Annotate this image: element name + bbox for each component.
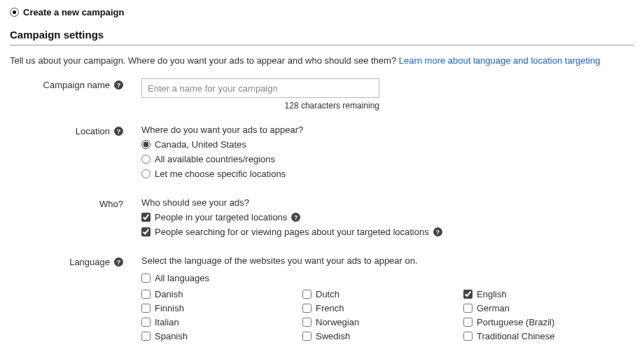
lang-col-2: Dutch French Norwegian Swedish bbox=[302, 289, 463, 345]
lang-col-1: Danish Finnish Italian Spanish bbox=[141, 289, 302, 345]
who-checkbox-0[interactable] bbox=[141, 213, 150, 222]
who-checkbox-1[interactable] bbox=[141, 227, 150, 236]
lang-french-label: French bbox=[316, 303, 344, 313]
lang-all-checkbox[interactable] bbox=[141, 274, 150, 283]
lang-german-label: German bbox=[477, 303, 510, 313]
lang-portuguese-brazil[interactable]: Portuguese (Brazil) bbox=[463, 317, 624, 327]
lang-dutch-label: Dutch bbox=[316, 289, 340, 299]
label-campaign-name: Campaign name ? bbox=[10, 78, 129, 90]
lang-traditional-chinese[interactable]: Traditional Chinese bbox=[463, 331, 624, 341]
who-question: Who should see your ads? bbox=[141, 197, 634, 208]
label-location-text: Location bbox=[76, 126, 110, 136]
lang-finnish[interactable]: Finnish bbox=[141, 303, 302, 313]
label-language-text: Language bbox=[69, 257, 110, 267]
who-option-0[interactable]: People in your targeted locations ? bbox=[141, 212, 634, 222]
lang-danish-label: Danish bbox=[155, 289, 183, 299]
who-option-0-label: People in your targeted locations bbox=[155, 212, 287, 222]
location-radio-0[interactable] bbox=[141, 140, 150, 149]
lang-danish[interactable]: Danish bbox=[141, 289, 302, 299]
step-radio-icon bbox=[10, 8, 19, 17]
lang-all[interactable]: All languages bbox=[141, 273, 634, 283]
section-divider bbox=[10, 45, 634, 45]
lang-swedish-label: Swedish bbox=[316, 331, 350, 341]
lang-portuguese-brazil-label: Portuguese (Brazil) bbox=[477, 317, 554, 327]
who-option-1-label: People searching for or viewing pages ab… bbox=[155, 227, 429, 237]
location-radio-2[interactable] bbox=[141, 169, 150, 178]
label-who-text: Who? bbox=[99, 199, 123, 209]
lang-swedish[interactable]: Swedish bbox=[302, 331, 463, 341]
lang-english[interactable]: English bbox=[463, 289, 624, 299]
location-radio-1[interactable] bbox=[141, 155, 150, 164]
lang-finnish-label: Finnish bbox=[155, 303, 184, 313]
lang-spanish[interactable]: Spanish bbox=[141, 331, 302, 341]
help-icon[interactable]: ? bbox=[291, 213, 300, 222]
help-icon[interactable]: ? bbox=[114, 127, 123, 136]
lang-italian[interactable]: Italian bbox=[141, 317, 302, 327]
lang-traditional-chinese-checkbox[interactable] bbox=[463, 332, 472, 341]
location-option-2-label: Let me choose specific locations bbox=[155, 169, 286, 179]
location-option-1-label: All available countries/regions bbox=[155, 154, 275, 164]
location-question: Where do you want your ads to appear? bbox=[141, 125, 634, 135]
lang-danish-checkbox[interactable] bbox=[141, 290, 150, 299]
row-location: Location ? Where do you want your ads to… bbox=[10, 125, 634, 183]
lang-norwegian-label: Norwegian bbox=[316, 317, 359, 327]
label-language: Language ? bbox=[10, 255, 129, 267]
lang-dutch[interactable]: Dutch bbox=[302, 289, 463, 299]
lang-all-label: All languages bbox=[155, 273, 209, 283]
lang-finnish-checkbox[interactable] bbox=[141, 304, 150, 313]
location-option-0[interactable]: Canada, United States bbox=[141, 139, 634, 150]
section-title: Campaign settings bbox=[10, 29, 634, 41]
intro-text-body: Tell us about your campaign. Where do yo… bbox=[10, 55, 399, 66]
who-option-1[interactable]: People searching for or viewing pages ab… bbox=[141, 227, 634, 237]
lang-german-checkbox[interactable] bbox=[463, 304, 472, 313]
intro-learn-more-link[interactable]: Learn more about language and location t… bbox=[399, 55, 601, 66]
lang-english-label: English bbox=[477, 289, 507, 299]
lang-portuguese-brazil-checkbox[interactable] bbox=[463, 318, 472, 327]
label-location: Location ? bbox=[10, 125, 129, 136]
label-campaign-name-text: Campaign name bbox=[43, 80, 110, 90]
lang-french[interactable]: French bbox=[302, 303, 463, 313]
row-who: Who? Who should see your ads? People in … bbox=[10, 197, 634, 241]
location-option-0-label: Canada, United States bbox=[155, 139, 246, 150]
lang-col-3: English German Portuguese (Brazil) Tradi… bbox=[463, 289, 624, 345]
lang-traditional-chinese-label: Traditional Chinese bbox=[477, 331, 555, 341]
lang-german[interactable]: German bbox=[463, 303, 624, 313]
help-icon[interactable]: ? bbox=[433, 227, 442, 236]
location-option-1[interactable]: All available countries/regions bbox=[141, 154, 634, 164]
location-option-2[interactable]: Let me choose specific locations bbox=[141, 169, 634, 179]
lang-french-checkbox[interactable] bbox=[302, 304, 312, 313]
lang-spanish-label: Spanish bbox=[155, 331, 188, 341]
label-who: Who? bbox=[10, 197, 129, 209]
step-title: Create a new campaign bbox=[23, 7, 125, 17]
lang-norwegian[interactable]: Norwegian bbox=[302, 317, 463, 327]
lang-dutch-checkbox[interactable] bbox=[302, 290, 312, 299]
lang-italian-label: Italian bbox=[155, 317, 179, 327]
intro-text: Tell us about your campaign. Where do yo… bbox=[10, 55, 634, 66]
lang-italian-checkbox[interactable] bbox=[141, 318, 150, 327]
lang-swedish-checkbox[interactable] bbox=[302, 332, 312, 341]
step-header: Create a new campaign bbox=[10, 7, 634, 17]
help-icon[interactable]: ? bbox=[114, 257, 123, 267]
lang-spanish-checkbox[interactable] bbox=[141, 332, 150, 341]
lang-english-checkbox[interactable] bbox=[463, 290, 472, 299]
row-language: Language ? Select the language of the we… bbox=[10, 255, 634, 345]
language-question: Select the language of the websites you … bbox=[141, 255, 634, 266]
campaign-name-input[interactable] bbox=[141, 78, 379, 98]
campaign-name-counter: 128 characters remaining bbox=[141, 101, 379, 111]
lang-norwegian-checkbox[interactable] bbox=[302, 318, 312, 327]
row-campaign-name: Campaign name ? 128 characters remaining bbox=[10, 78, 634, 111]
help-icon[interactable]: ? bbox=[114, 80, 123, 90]
